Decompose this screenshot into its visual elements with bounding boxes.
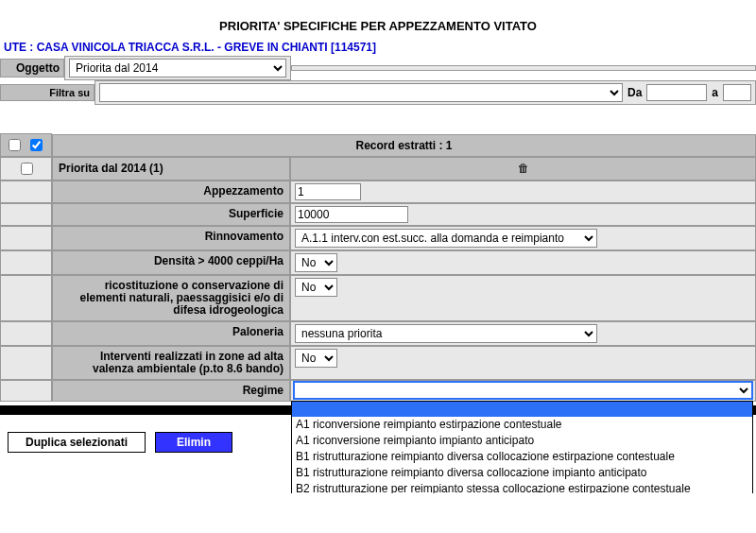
trash-icon[interactable]: 🗑	[518, 162, 529, 175]
ricostituzione-select[interactable]: No	[295, 278, 337, 297]
records-count: Record estratti : 1	[52, 134, 756, 157]
select-all-checkbox-1[interactable]	[9, 139, 21, 151]
densita-label: Densità > 4000 ceppi/Ha	[52, 250, 290, 275]
rinnovamento-label: Rinnovamento	[52, 226, 290, 250]
regime-option[interactable]: B1 ristrutturazione reimpianto diversa c…	[292, 465, 752, 481]
select-all-checkbox-2[interactable]	[30, 139, 43, 151]
superficie-label: Superficie	[52, 203, 290, 226]
elimina-button[interactable]: Elimin	[155, 432, 232, 453]
interventi-select[interactable]: No	[295, 349, 337, 368]
appezzamento-input[interactable]	[295, 183, 361, 200]
regime-select[interactable]	[293, 381, 753, 400]
regime-option[interactable]: A1 riconversione reimpianto impianto ant…	[292, 433, 752, 449]
priority-header: Priorita dal 2014 (1)	[52, 157, 290, 181]
duplica-button[interactable]: Duplica selezionati	[8, 432, 146, 453]
page-title: PRIORITA' SPECIFICHE PER APPEZZAMENTO VI…	[0, 0, 756, 41]
interventi-label: Interventi realizzati in zone ad alta va…	[52, 346, 290, 380]
rinnovamento-select[interactable]: A.1.1 interv.con est.succ. alla domanda …	[295, 229, 597, 248]
da-input[interactable]	[646, 84, 707, 101]
paloneria-label: Paloneria	[52, 321, 290, 346]
a-input[interactable]	[723, 84, 751, 101]
regime-option[interactable]: B1 ristrutturazione reimpianto diversa c…	[292, 449, 752, 465]
filtra-select[interactable]	[99, 83, 623, 102]
a-label: a	[712, 86, 718, 99]
paloneria-select[interactable]: nessuna priorita	[295, 324, 597, 343]
regime-label: Regime	[52, 380, 290, 402]
oggetto-select[interactable]: Priorita dal 2014	[69, 59, 286, 77]
superficie-input[interactable]	[295, 206, 408, 223]
da-label: Da	[627, 86, 642, 99]
regime-option[interactable]: B2 ristrutturazione per reimpianto stess…	[292, 481, 752, 493]
filtra-label: Filtra su	[0, 84, 94, 101]
ute-line: UTE : CASA VINICOLA TRIACCA S.R.L. - GRE…	[0, 41, 756, 56]
regime-option[interactable]: A1 riconversione reimpianto estirpazione…	[292, 417, 752, 433]
densita-select[interactable]: No	[295, 253, 337, 272]
regime-dropdown-list[interactable]: A1 riconversione reimpianto estirpazione…	[291, 401, 753, 493]
row-checkbox[interactable]	[21, 163, 33, 175]
ricostituzione-label: ricostituzione o conservazione di elemen…	[52, 275, 290, 321]
regime-option-blank[interactable]	[292, 402, 752, 417]
appezzamento-label: Appezzamento	[52, 181, 290, 203]
oggetto-label: Oggetto	[0, 59, 64, 77]
